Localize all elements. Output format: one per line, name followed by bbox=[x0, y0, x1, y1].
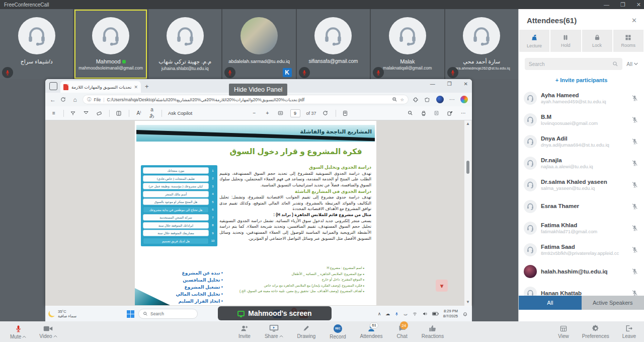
video-tile-active-speaker[interactable]: Mahmood mahmoodsoleimanali@gmail.com bbox=[74, 9, 147, 79]
favorite-star-icon[interactable]: ☆ bbox=[400, 97, 404, 102]
attendee-muted-mic-icon[interactable] bbox=[631, 116, 638, 123]
attendee-row[interactable]: halah.hashim@tu.edu.iq bbox=[519, 260, 644, 282]
translate-icon[interactable]: aあ bbox=[148, 107, 155, 119]
chevron-up-icon[interactable] bbox=[53, 335, 57, 337]
save-icon[interactable] bbox=[434, 110, 441, 116]
taskbar-weather-widget[interactable]: 35°C سماء صافية bbox=[48, 309, 76, 319]
preferences-button[interactable]: Preferences bbox=[579, 324, 612, 339]
tray-mic-icon[interactable] bbox=[394, 311, 399, 317]
close-button[interactable]: ✕ bbox=[636, 2, 641, 8]
pdf-more-icon[interactable]: ⋯ bbox=[460, 110, 467, 116]
fit-width-icon[interactable] bbox=[277, 110, 284, 116]
page-layout-icon[interactable] bbox=[116, 110, 123, 116]
drawing-button[interactable]: Drawing bbox=[294, 324, 319, 339]
lecture-button[interactable]: Lecture bbox=[519, 30, 549, 52]
attendee-row[interactable]: Fatima Saad8m92x5bfkh@privaterelay.apple… bbox=[519, 239, 644, 260]
video-tile[interactable]: sifiansafa@gmail.com bbox=[297, 9, 370, 79]
read-aloud-icon[interactable]: A⁾ bbox=[135, 110, 142, 116]
video-tile[interactable]: سارة أحمد محي sara.ahmedmoje262@st.tu.ed… bbox=[445, 9, 518, 79]
zoom-in-icon[interactable]: + bbox=[264, 110, 271, 116]
attendee-row[interactable]: Dnya Adildnya.adiljumaa694@st.tu.edu.iq bbox=[519, 130, 644, 152]
address-bar[interactable]: ⓘ File | C:/Users/mahqa/Desktop/تحديات%2… bbox=[83, 95, 409, 104]
profile-avatar[interactable] bbox=[436, 96, 444, 103]
invite-button[interactable]: Invite bbox=[235, 324, 254, 339]
attendee-muted-mic-icon[interactable] bbox=[631, 290, 638, 296]
pen-tool-icon[interactable] bbox=[70, 110, 77, 116]
print-icon[interactable] bbox=[421, 110, 428, 116]
attendee-muted-mic-icon[interactable] bbox=[631, 160, 638, 166]
tab-active-speakers[interactable]: Active Speakers bbox=[582, 296, 644, 310]
new-tab-button[interactable]: + bbox=[145, 83, 149, 90]
leave-button[interactable]: Leave bbox=[619, 324, 639, 339]
video-tile[interactable]: د/شيماء سراج bbox=[0, 9, 73, 79]
reactions-button[interactable]: Reactions bbox=[419, 324, 447, 339]
attendee-muted-mic-icon[interactable] bbox=[631, 95, 638, 101]
video-button[interactable]: Video bbox=[36, 324, 60, 339]
browser-minimize-button[interactable]: — bbox=[430, 81, 435, 87]
windows-start-button[interactable] bbox=[127, 310, 134, 318]
attendee-row[interactable]: Ayha Hameedayah.hameed459@st.tu.edu.iq bbox=[519, 87, 644, 109]
edit-icon[interactable] bbox=[447, 110, 454, 116]
tab-actions-icon[interactable] bbox=[49, 82, 57, 90]
eraser-icon[interactable] bbox=[96, 110, 103, 116]
attendee-muted-mic-icon[interactable] bbox=[631, 138, 638, 145]
mute-button[interactable]: Mute bbox=[7, 324, 29, 339]
tab-close-icon[interactable]: ✕ bbox=[134, 85, 138, 90]
rotate-icon[interactable] bbox=[323, 110, 330, 116]
attendee-row[interactable]: Fatima Khladfatimakhlad71@gmail.com bbox=[519, 217, 644, 239]
panel-close-icon[interactable]: ✕ bbox=[631, 17, 637, 24]
attendee-muted-mic-icon[interactable] bbox=[631, 203, 638, 210]
hide-video-panel-tooltip[interactable]: Hide Video Panel bbox=[229, 84, 287, 96]
browser-tab[interactable]: تحديات التسويق والمهارات اللازمة ✕ bbox=[60, 81, 141, 93]
scroll-up-icon[interactable]: ▲ bbox=[464, 120, 471, 127]
filter-dropdown[interactable]: All bbox=[626, 61, 638, 67]
open-in-acrobat-button[interactable]: ⩔ bbox=[436, 280, 448, 292]
attendee-row[interactable]: Dr.najlanajlaa.a.alewi@tu.edu.iq bbox=[519, 152, 644, 174]
attendee-row[interactable]: Dr.salma Khaled yaseensalma_yaseen@tu.ed… bbox=[519, 174, 644, 195]
chevron-up-icon[interactable] bbox=[22, 335, 26, 338]
maximize-button[interactable]: ❐ bbox=[620, 2, 625, 8]
invite-participants-button[interactable]: + Invite participants bbox=[519, 74, 644, 87]
notification-center-icon[interactable] bbox=[462, 311, 468, 317]
tab-all[interactable]: All bbox=[519, 296, 582, 310]
hold-button[interactable]: Hold bbox=[550, 30, 581, 52]
scrollbar-thumb[interactable] bbox=[466, 161, 469, 174]
find-icon[interactable] bbox=[408, 110, 415, 116]
zoom-page-icon[interactable] bbox=[392, 97, 397, 102]
share-button[interactable]: Share bbox=[262, 324, 286, 339]
taskbar-search-input[interactable]: Search bbox=[138, 309, 198, 319]
chat-button[interactable]: 24 Chat bbox=[394, 324, 411, 339]
info-icon[interactable]: ⓘ bbox=[87, 97, 92, 103]
ask-copilot-button[interactable]: Ask Copilot bbox=[168, 110, 192, 116]
favorites-bar-icon[interactable] bbox=[424, 97, 431, 103]
page-number-input[interactable]: 9 bbox=[290, 109, 300, 117]
wifi-icon[interactable] bbox=[412, 312, 418, 316]
toc-icon[interactable]: ≡ bbox=[50, 110, 57, 116]
video-tile[interactable]: م.م. جهينة تركي شهاب juhaina.shlabt@tu.e… bbox=[148, 9, 221, 79]
attendee-muted-mic-icon[interactable] bbox=[631, 225, 638, 231]
copilot-icon[interactable] bbox=[460, 96, 468, 103]
onedrive-icon[interactable]: ☁ bbox=[385, 311, 390, 316]
page-view-icon[interactable] bbox=[342, 110, 349, 116]
tray-lang-icon[interactable]: ت bbox=[404, 312, 408, 316]
pdf-scrollbar[interactable]: ▲ ▼ bbox=[464, 120, 471, 306]
attendee-search-input[interactable]: Search bbox=[525, 58, 622, 70]
attendee-muted-mic-icon[interactable] bbox=[631, 181, 638, 188]
taskbar-clock[interactable]: 8:29 PM 8/7/2025 bbox=[443, 309, 458, 319]
minimize-button[interactable]: — bbox=[604, 2, 609, 8]
back-icon[interactable]: ← bbox=[49, 96, 56, 103]
refresh-icon[interactable] bbox=[60, 97, 67, 102]
browser-menu-icon[interactable]: ⋯ bbox=[449, 96, 455, 103]
scroll-down-icon[interactable]: ▼ bbox=[464, 299, 471, 306]
highlighter-tool-icon[interactable] bbox=[83, 110, 90, 116]
video-tile[interactable]: abdalelah.sarmad@tu.edu.iq K bbox=[222, 9, 295, 79]
browser-maximize-button[interactable]: ❐ bbox=[447, 81, 452, 87]
attendee-row[interactable]: Hanan Khattab bbox=[519, 282, 644, 296]
volume-icon[interactable] bbox=[422, 311, 428, 316]
chevron-up-icon[interactable] bbox=[279, 335, 283, 337]
attendee-row[interactable]: B.Mloviinqoosuaei@gmail.com bbox=[519, 109, 644, 130]
attendees-button[interactable]: 61 Attendees bbox=[357, 324, 386, 339]
browser-close-button[interactable]: ✕ bbox=[464, 81, 468, 87]
attendee-row[interactable]: Esraa Thamer bbox=[519, 195, 644, 217]
video-tile[interactable]: Malak malaknatiqali@gmail.com bbox=[371, 9, 444, 79]
